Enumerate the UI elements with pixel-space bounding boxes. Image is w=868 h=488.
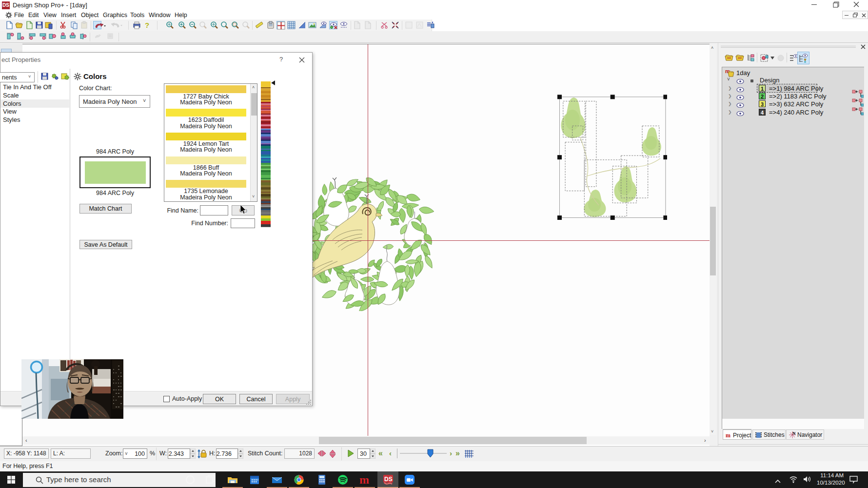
svg-text:N: N [792,431,796,436]
svg-text:m: m [359,474,369,486]
svg-text:DS: DS [384,476,393,483]
